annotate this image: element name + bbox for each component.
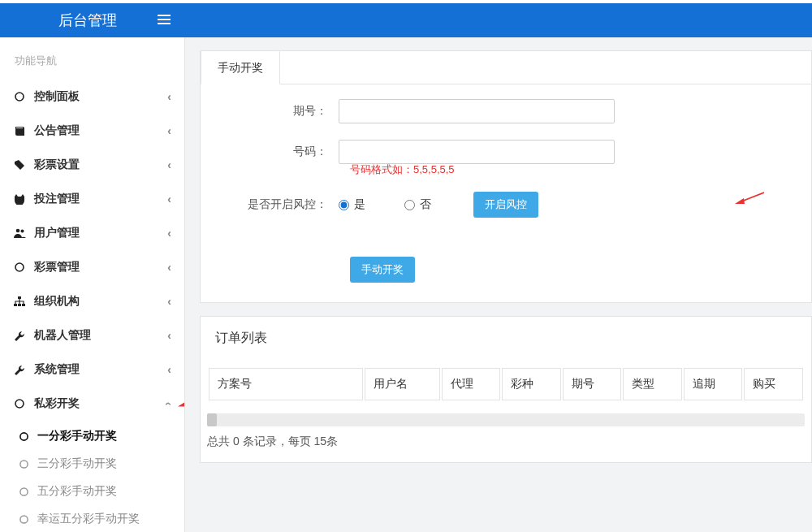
order-list-title: 订单列表 — [201, 317, 811, 366]
chevron-left-icon: ‹ — [167, 90, 171, 103]
sub-item-one-min[interactable]: 一分彩手动开奖 — [0, 422, 184, 450]
sub-item-lucky5[interactable]: 幸运五分彩手动开奖 — [0, 505, 184, 532]
top-bar: 后台管理 — [0, 3, 812, 37]
sidebar-item-system[interactable]: 系统管理 ‹ — [0, 353, 184, 387]
sidebar-item-robot[interactable]: 机器人管理 ‹ — [0, 318, 184, 353]
tab-manual-draw[interactable]: 手动开奖 — [201, 50, 280, 84]
radio-no-input[interactable] — [404, 200, 415, 210]
col-lottery[interactable]: 彩种 — [502, 368, 561, 400]
horizontal-scrollbar[interactable] — [207, 413, 805, 426]
svg-point-7 — [15, 263, 24, 271]
sidebar-item-label: 组织机构 — [34, 294, 167, 309]
sidebar-item-ticket[interactable]: 彩票管理 ‹ — [0, 250, 184, 284]
menu-toggle-icon[interactable] — [158, 15, 171, 26]
sidebar-item-label: 彩票管理 — [34, 260, 167, 275]
col-plan[interactable]: 方案号 — [209, 368, 363, 400]
sub-item-label: 幸运五分彩手动开奖 — [37, 512, 140, 526]
sidebar-item-bet[interactable]: 投注管理 ‹ — [0, 182, 184, 216]
circle-icon — [18, 432, 29, 441]
col-username[interactable]: 用户名 — [365, 368, 440, 400]
sidebar: 功能导航 控制面板 ‹ 公告管理 ‹ 彩票设置 ‹ — [0, 37, 185, 532]
period-input[interactable] — [339, 99, 615, 123]
svg-rect-4 — [16, 128, 23, 128]
svg-rect-10 — [18, 304, 21, 306]
manual-draw-card: 手动开奖 期号： 号码： 号码格式如：5,5,5,5,5 是否开启风控： — [200, 50, 812, 303]
sub-item-five-min[interactable]: 五分彩手动开奖 — [0, 478, 184, 505]
chevron-left-icon: ‹ — [167, 261, 171, 274]
circle-icon — [18, 515, 29, 524]
sidebar-item-private-lottery[interactable]: 私彩开奖 ‹ — [0, 387, 184, 421]
tag-icon — [13, 158, 26, 171]
chevron-down-icon: ‹ — [163, 402, 176, 406]
col-buy[interactable]: 购买 — [744, 368, 803, 400]
users-icon — [13, 227, 26, 240]
chevron-left-icon: ‹ — [167, 192, 171, 205]
circle-icon — [13, 90, 26, 103]
svg-point-3 — [15, 93, 24, 101]
annotation-arrow-icon — [178, 397, 185, 411]
manual-draw-button[interactable]: 手动开奖 — [350, 257, 415, 283]
risk-label: 是否开启风控： — [217, 197, 339, 212]
sitemap-icon — [13, 295, 26, 308]
app-title: 后台管理 — [58, 11, 117, 30]
radio-yes[interactable]: 是 — [339, 197, 365, 212]
number-hint: 号码格式如：5,5,5,5,5 — [350, 162, 795, 177]
circle-icon — [18, 460, 29, 469]
radio-no-label: 否 — [420, 197, 431, 212]
risk-radio-group: 是 否 开启风控 — [339, 192, 538, 218]
number-input[interactable] — [339, 140, 615, 164]
svg-point-18 — [19, 515, 27, 522]
svg-marker-14 — [178, 403, 185, 407]
order-table: 方案号 用户名 代理 彩种 期号 类型 追期 购买 — [207, 366, 805, 402]
scrollbar-thumb[interactable] — [207, 413, 217, 426]
sidebar-item-user[interactable]: 用户管理 ‹ — [0, 216, 184, 250]
sidebar-item-dashboard[interactable]: 控制面板 ‹ — [0, 80, 184, 114]
chevron-left-icon: ‹ — [167, 124, 171, 137]
chevron-left-icon: ‹ — [167, 329, 171, 342]
col-type[interactable]: 类型 — [623, 368, 682, 400]
wrench-icon — [13, 329, 26, 342]
sidebar-item-label: 控制面板 — [34, 89, 167, 104]
sub-item-three-min[interactable]: 三分彩手动开奖 — [0, 450, 184, 478]
sidebar-item-label: 公告管理 — [34, 123, 167, 138]
svg-rect-2 — [158, 23, 171, 24]
sidebar-item-notice[interactable]: 公告管理 ‹ — [0, 114, 184, 148]
number-label: 号码： — [217, 145, 339, 159]
chevron-left-icon: ‹ — [167, 227, 171, 240]
circle-icon — [13, 397, 26, 410]
col-agent[interactable]: 代理 — [442, 368, 501, 400]
sidebar-item-label: 机器人管理 — [34, 328, 167, 343]
svg-point-5 — [15, 229, 19, 233]
sidebar-item-lottery-settings[interactable]: 彩票设置 ‹ — [0, 148, 184, 182]
svg-rect-1 — [158, 19, 171, 20]
chevron-left-icon: ‹ — [167, 295, 171, 308]
tabbar: 手动开奖 — [201, 50, 811, 84]
radio-no[interactable]: 否 — [404, 197, 431, 212]
col-period[interactable]: 期号 — [563, 368, 622, 400]
sidebar-submenu-private: 一分彩手动开奖 三分彩手动开奖 五分彩手动开奖 幸运五分彩手动开奖 — [0, 421, 184, 532]
svg-point-16 — [19, 460, 27, 467]
sub-item-label: 三分彩手动开奖 — [37, 456, 117, 471]
enable-risk-button[interactable]: 开启风控 — [473, 192, 538, 218]
chevron-left-icon: ‹ — [167, 158, 171, 171]
radio-yes-label: 是 — [354, 197, 365, 212]
sidebar-item-label: 私彩开奖 — [34, 396, 167, 411]
table-footer: 总共 0 条记录，每页 15条 — [201, 426, 811, 462]
order-list-card: 订单列表 方案号 用户名 代理 彩种 期号 类型 追期 购买 — [200, 316, 812, 463]
circle-icon — [18, 487, 29, 496]
sidebar-item-label: 用户管理 — [34, 226, 167, 240]
sidebar-item-label: 彩票设置 — [34, 158, 167, 172]
radio-yes-input[interactable] — [339, 200, 349, 210]
main-content: 手动开奖 期号： 号码： 号码格式如：5,5,5,5,5 是否开启风控： — [185, 37, 812, 532]
cat-icon — [13, 192, 26, 205]
col-chase[interactable]: 追期 — [684, 368, 743, 400]
sub-item-label: 五分彩手动开奖 — [37, 484, 117, 499]
book-icon — [13, 124, 26, 137]
svg-rect-0 — [158, 15, 171, 16]
sidebar-item-label: 投注管理 — [34, 192, 167, 206]
circle-icon — [13, 261, 26, 274]
sub-item-label: 一分彩手动开奖 — [37, 429, 117, 443]
svg-point-15 — [19, 432, 27, 439]
svg-point-12 — [15, 400, 24, 408]
sidebar-item-org[interactable]: 组织机构 ‹ — [0, 284, 184, 318]
